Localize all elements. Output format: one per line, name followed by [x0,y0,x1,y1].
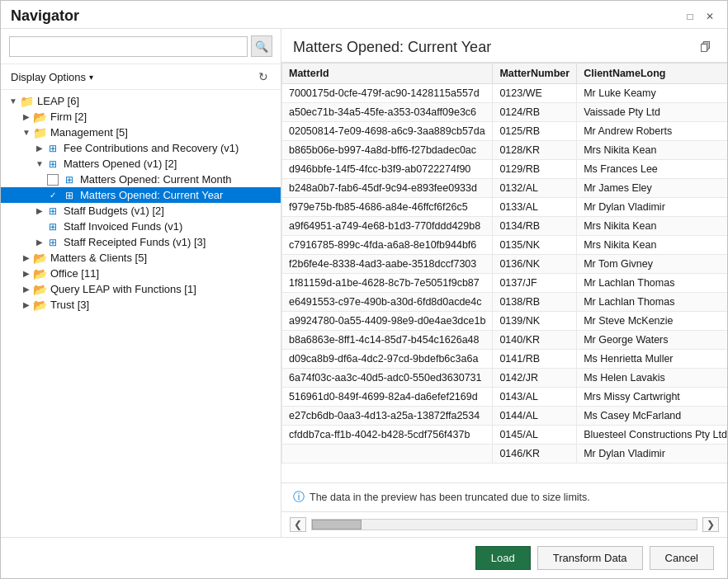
expand-icon-management: ▼ [21,127,32,139]
export-button[interactable]: 🗍 [696,37,716,57]
expand-icon-staff-invoiced [34,221,45,233]
tree-label-management: Management [5] [50,126,128,139]
cancel-button[interactable]: Cancel [650,546,714,570]
expand-icon-fee: ▶ [34,143,45,154]
table-cell: Mrs Missy Cartwright [577,388,727,407]
tree-item-firm[interactable]: ▶ 📂 Firm [2] [1,109,281,125]
table-row: b248a0b7-fab6-45df-9c94-e893fee0933d0132… [282,179,728,198]
tree-item-staff-budgets[interactable]: ▶ ⊞ Staff Budgets (v1) [2] [1,203,281,219]
table-cell: f979e75b-fb85-4686-a84e-46ffcf6f26c5 [282,198,493,217]
tree-item-staff-receipted[interactable]: ▶ ⊞ Staff Receipted Funds (v1) [3] [1,234,281,250]
table-cell: 7000175d-0cfe-479f-ac90-1428115a557d [282,84,493,103]
minimize-button[interactable]: □ [683,9,697,24]
table-row: b8a6863e-8ff1-4c14-85d7-b454c1626a480140… [282,331,728,350]
table-cell: 0125/RB [493,122,577,141]
scroll-right-button[interactable]: ❯ [702,517,719,532]
table-row: 6a74f03c-aa3c-40d5-adc0-550ed36307310142… [282,369,728,388]
tree-item-matters-clients[interactable]: ▶ 📂 Matters & Clients [5] [1,250,281,266]
transform-data-button[interactable]: Transform Data [537,546,643,570]
navigator-window: Navigator □ ✕ 🔍 Display Options ▾ ↻ [0,0,728,579]
table-cell: Mr Luke Keamy [577,84,727,103]
tree-item-staff-invoiced[interactable]: ⊞ Staff Invoiced Funds (v1) [1,219,281,234]
tree-item-matters-opened[interactable]: ▼ ⊞ Matters Opened (v1) [2] [1,156,281,172]
tree-item-management[interactable]: ▼ 📁 Management [5] [1,125,281,140]
scroll-left-button[interactable]: ❮ [290,517,306,532]
expand-icon-staff-receipted: ▶ [34,237,45,248]
load-button[interactable]: Load [475,546,531,570]
table-cell: 0143/AL [493,388,577,407]
tree-item-query-leap[interactable]: ▶ 📂 Query LEAP with Functions [1] [1,281,281,297]
data-table: MatterId MatterNumber ClientNameLong 700… [281,63,727,464]
table-cell: Ms Casey McFarland [577,407,727,426]
table-cell: 0140/KR [493,331,577,350]
tree-item-current-year[interactable]: ✓ ⊞ Matters Opened: Current Year [1,187,281,203]
folder-icon-matters-clients: 📂 [32,252,47,264]
folder-icon-query: 📂 [32,284,47,295]
scroll-track[interactable] [311,519,697,530]
table-cell: Vaissade Pty Ltd [577,103,727,122]
table-container[interactable]: MatterId MatterNumber ClientNameLong 700… [281,63,727,482]
table-cell: b865b06e-b997-4a8d-bff6-f27bdadec0ac [282,141,493,160]
table-row: d09ca8b9-df6a-4dc2-97cd-9bdefb6c3a6a0141… [282,350,728,369]
col-header-matterid: MatterId [282,64,493,84]
table-cell: 0145/AL [493,426,577,445]
checkbox-current-year[interactable]: ✓ [47,190,59,201]
table-cell: 516961d0-849f-4699-82a4-da6efef2169d [282,388,493,407]
table-icon-current-month: ⊞ [62,174,77,186]
table-cell: Mrs Nikita Kean [577,217,727,236]
table-row: 1f81159d-a1be-4628-8c7b-7e5051f9cb870137… [282,274,728,293]
close-button[interactable]: ✕ [702,9,717,24]
table-cell: 0132/AL [493,179,577,198]
table-icon-staff-receipted: ⊞ [45,237,60,248]
tree-item-leap[interactable]: ▼ 📁 LEAP [6] [1,93,281,109]
table-cell: Mr James Eley [577,179,727,198]
tree-label-matters-clients: Matters & Clients [5] [50,252,147,264]
table-cell: 0137/JF [493,274,577,293]
tree-label-matters: Matters Opened (v1) [2] [64,158,177,170]
expand-icon-firm: ▶ [21,111,32,123]
table-cell: 0144/AL [493,407,577,426]
table-row: e6491553-c97e-490b-a30d-6fd8d0acde4c0138… [282,293,728,312]
table-cell: 0123/WE [493,84,577,103]
table-cell: a9924780-0a55-4409-98e9-d0e4ae3dce1b [282,312,493,331]
truncated-text: The data in the preview has been truncat… [310,492,590,503]
refresh-button[interactable]: ↻ [254,68,272,86]
search-input[interactable] [9,36,248,57]
scroll-thumb[interactable] [312,520,362,530]
tree-label-trust: Trust [3] [50,299,89,311]
left-panel: 🔍 Display Options ▾ ↻ ▼ 📁 LEAP [6] [1,29,281,537]
col-header-clientname: ClientNameLong [577,64,727,84]
table-cell: c7916785-899c-4fda-a6a8-8e10fb944bf6 [282,236,493,255]
table-cell: 0124/RB [493,103,577,122]
tree-item-fee-contributions[interactable]: ▶ ⊞ Fee Contributions and Recovery (v1) [1,140,281,156]
tree-item-current-month[interactable]: ⊞ Matters Opened: Current Month [1,172,281,187]
folder-icon-office: 📂 [32,268,47,280]
expand-icon-office: ▶ [21,268,32,280]
table-cell: a9f64951-a749-4e68-b1d3-770fddd429b8 [282,217,493,236]
expand-icon-staff-budgets: ▶ [34,205,45,217]
table-cell: d946bbfe-14f5-4fcc-b3f9-ab0722274f90 [282,160,493,179]
checkbox-current-month[interactable] [47,174,59,186]
display-options-arrow: ▾ [89,73,93,82]
table-row: f979e75b-fb85-4686-a84e-46ffcf6f26c50133… [282,198,728,217]
main-content: 🔍 Display Options ▾ ↻ ▼ 📁 LEAP [6] [1,29,727,537]
table-cell: 0141/RB [493,350,577,369]
table-row: 02050814-7e09-4698-a6c9-3aa889cb57da0125… [282,122,728,141]
table-cell: Ms Henrietta Muller [577,350,727,369]
table-row: 516961d0-849f-4699-82a4-da6efef2169d0143… [282,388,728,407]
table-cell: 0142/JR [493,369,577,388]
table-cell: 0128/KR [493,141,577,160]
expand-icon-trust: ▶ [21,299,32,311]
display-options-button[interactable]: Display Options ▾ [9,69,95,85]
tree-label-leap: LEAP [6] [37,95,79,107]
col-header-matternumber: MatterNumber [493,64,577,84]
table-cell: 0133/AL [493,198,577,217]
tree-item-trust[interactable]: ▶ 📂 Trust [3] [1,297,281,313]
preview-title: Matters Opened: Current Year [293,39,491,56]
table-cell: f2b6fe4e-8338-4ad3-aabe-3518dccf7303 [282,255,493,274]
search-button[interactable]: 🔍 [251,35,272,57]
table-icon-staff-invoiced: ⊞ [45,221,60,233]
table-cell: 0134/RB [493,217,577,236]
tree-item-office[interactable]: ▶ 📂 Office [11] [1,266,281,281]
horizontal-scrollbar: ❮ ❯ [281,511,727,537]
